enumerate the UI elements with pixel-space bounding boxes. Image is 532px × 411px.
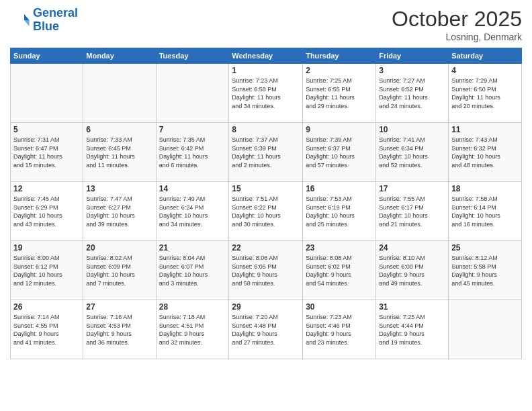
day-number: 3 [379,66,445,75]
weekday-header-monday: Monday [83,48,156,64]
calendar-cell-3-1: 20Sunrise: 8:02 AM Sunset: 6:09 PM Dayli… [83,241,156,300]
calendar-cell-2-1: 13Sunrise: 7:47 AM Sunset: 6:27 PM Dayli… [83,182,156,241]
calendar-cell-3-4: 23Sunrise: 8:08 AM Sunset: 6:02 PM Dayli… [303,241,376,300]
calendar-cell-1-1: 6Sunrise: 7:33 AM Sunset: 6:45 PM Daylig… [83,123,156,182]
day-info: Sunrise: 7:47 AM Sunset: 6:27 PM Dayligh… [86,195,152,228]
calendar-cell-2-4: 16Sunrise: 7:53 AM Sunset: 6:19 PM Dayli… [303,182,376,241]
calendar-cell-4-0: 26Sunrise: 7:14 AM Sunset: 4:55 PM Dayli… [11,300,83,359]
day-number: 15 [232,184,300,193]
calendar-cell-3-6: 25Sunrise: 8:12 AM Sunset: 5:58 PM Dayli… [449,241,522,300]
week-row-0: 1Sunrise: 7:23 AM Sunset: 6:58 PM Daylig… [11,64,522,123]
day-info: Sunrise: 7:27 AM Sunset: 6:52 PM Dayligh… [379,77,445,110]
day-number: 19 [13,243,80,253]
month-title: October 2025 [392,7,522,32]
weekday-header-thursday: Thursday [303,48,376,64]
calendar-cell-2-6: 18Sunrise: 7:58 AM Sunset: 6:14 PM Dayli… [449,182,522,241]
day-info: Sunrise: 7:29 AM Sunset: 6:50 PM Dayligh… [451,77,519,110]
calendar-cell-2-5: 17Sunrise: 7:55 AM Sunset: 6:17 PM Dayli… [376,182,449,241]
day-number: 4 [451,66,519,75]
day-info: Sunrise: 8:02 AM Sunset: 6:09 PM Dayligh… [86,254,152,287]
day-number: 27 [86,302,152,312]
day-info: Sunrise: 7:14 AM Sunset: 4:55 PM Dayligh… [13,313,80,347]
day-number: 16 [306,184,373,193]
calendar-cell-3-3: 22Sunrise: 8:06 AM Sunset: 6:05 PM Dayli… [229,241,303,300]
day-number: 2 [306,66,373,75]
day-info: Sunrise: 7:16 AM Sunset: 4:53 PM Dayligh… [86,313,152,347]
day-number: 8 [232,125,300,134]
location: Losning, Denmark [392,32,522,42]
day-info: Sunrise: 7:43 AM Sunset: 6:32 PM Dayligh… [451,136,519,169]
day-info: Sunrise: 7:45 AM Sunset: 6:29 PM Dayligh… [13,195,80,228]
svg-marker-1 [24,20,30,26]
logo-line1: General [33,6,78,19]
calendar-cell-4-6 [449,300,522,359]
day-number: 21 [159,243,226,253]
day-number: 26 [13,302,80,312]
header: General Blue October 2025 Losning, Denma… [10,7,522,42]
calendar-cell-4-5: 31Sunrise: 7:25 AM Sunset: 4:44 PM Dayli… [376,300,449,359]
day-info: Sunrise: 7:25 AM Sunset: 6:55 PM Dayligh… [306,77,373,110]
day-number: 25 [451,243,519,253]
calendar-cell-0-0 [11,64,83,123]
day-number: 1 [232,66,300,75]
day-info: Sunrise: 8:12 AM Sunset: 5:58 PM Dayligh… [451,254,519,287]
weekday-header-row: SundayMondayTuesdayWednesdayThursdayFrid… [11,48,522,64]
day-number: 24 [379,243,445,253]
day-number: 29 [232,302,300,312]
logo-line2: Blue [33,20,78,34]
calendar-cell-0-3: 1Sunrise: 7:23 AM Sunset: 6:58 PM Daylig… [229,64,303,123]
day-info: Sunrise: 8:06 AM Sunset: 6:05 PM Dayligh… [232,254,300,287]
day-number: 17 [379,184,445,193]
day-number: 13 [86,184,152,193]
calendar-cell-0-4: 2Sunrise: 7:25 AM Sunset: 6:55 PM Daylig… [303,64,376,123]
day-number: 31 [379,302,445,312]
day-info: Sunrise: 7:51 AM Sunset: 6:22 PM Dayligh… [232,195,300,228]
day-info: Sunrise: 7:18 AM Sunset: 4:51 PM Dayligh… [159,313,226,347]
day-info: Sunrise: 7:23 AM Sunset: 6:58 PM Dayligh… [232,77,300,110]
logo-icon [10,10,30,30]
calendar-cell-0-6: 4Sunrise: 7:29 AM Sunset: 6:50 PM Daylig… [449,64,522,123]
calendar-cell-1-2: 7Sunrise: 7:35 AM Sunset: 6:42 PM Daylig… [156,123,229,182]
day-number: 14 [159,184,226,193]
calendar-cell-0-2 [156,64,229,123]
logo: General Blue [10,7,78,34]
calendar-cell-0-5: 3Sunrise: 7:27 AM Sunset: 6:52 PM Daylig… [376,64,449,123]
page: General Blue October 2025 Losning, Denma… [0,0,532,411]
calendar-cell-2-0: 12Sunrise: 7:45 AM Sunset: 6:29 PM Dayli… [11,182,83,241]
weekday-header-wednesday: Wednesday [229,48,303,64]
calendar-cell-4-3: 29Sunrise: 7:20 AM Sunset: 4:48 PM Dayli… [229,300,303,359]
calendar-cell-4-2: 28Sunrise: 7:18 AM Sunset: 4:51 PM Dayli… [156,300,229,359]
week-row-2: 12Sunrise: 7:45 AM Sunset: 6:29 PM Dayli… [11,182,522,241]
calendar-cell-1-6: 11Sunrise: 7:43 AM Sunset: 6:32 PM Dayli… [449,123,522,182]
day-number: 11 [451,125,519,134]
day-info: Sunrise: 7:53 AM Sunset: 6:19 PM Dayligh… [306,195,373,228]
calendar-cell-4-1: 27Sunrise: 7:16 AM Sunset: 4:53 PM Dayli… [83,300,156,359]
calendar-cell-3-2: 21Sunrise: 8:04 AM Sunset: 6:07 PM Dayli… [156,241,229,300]
day-number: 30 [306,302,373,312]
weekday-header-tuesday: Tuesday [156,48,229,64]
logo-text: General Blue [33,7,78,34]
title-block: October 2025 Losning, Denmark [392,7,522,42]
day-info: Sunrise: 8:00 AM Sunset: 6:12 PM Dayligh… [13,254,80,287]
calendar-cell-2-2: 14Sunrise: 7:49 AM Sunset: 6:24 PM Dayli… [156,182,229,241]
day-number: 5 [13,125,80,134]
calendar-cell-1-0: 5Sunrise: 7:31 AM Sunset: 6:47 PM Daylig… [11,123,83,182]
day-number: 10 [379,125,445,134]
calendar-cell-0-1 [83,64,156,123]
calendar-cell-3-5: 24Sunrise: 8:10 AM Sunset: 6:00 PM Dayli… [376,241,449,300]
day-info: Sunrise: 7:25 AM Sunset: 4:44 PM Dayligh… [379,313,445,347]
calendar: SundayMondayTuesdayWednesdayThursdayFrid… [10,48,522,359]
day-info: Sunrise: 8:10 AM Sunset: 6:00 PM Dayligh… [379,254,445,287]
day-info: Sunrise: 7:20 AM Sunset: 4:48 PM Dayligh… [232,313,300,347]
day-info: Sunrise: 7:37 AM Sunset: 6:39 PM Dayligh… [232,136,300,169]
day-info: Sunrise: 7:33 AM Sunset: 6:45 PM Dayligh… [86,136,152,169]
day-info: Sunrise: 7:35 AM Sunset: 6:42 PM Dayligh… [159,136,226,169]
svg-marker-0 [24,14,30,20]
calendar-cell-4-4: 30Sunrise: 7:23 AM Sunset: 4:46 PM Dayli… [303,300,376,359]
calendar-cell-1-4: 9Sunrise: 7:39 AM Sunset: 6:37 PM Daylig… [303,123,376,182]
day-info: Sunrise: 7:41 AM Sunset: 6:34 PM Dayligh… [379,136,445,169]
day-number: 22 [232,243,300,253]
day-number: 9 [306,125,373,134]
weekday-header-friday: Friday [376,48,449,64]
day-number: 28 [159,302,226,312]
